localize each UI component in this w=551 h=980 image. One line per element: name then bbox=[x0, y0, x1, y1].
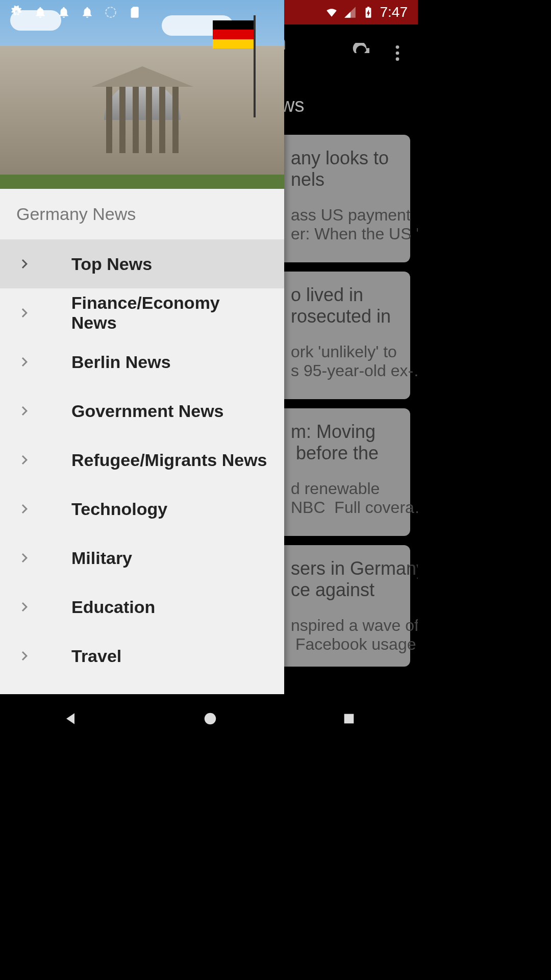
drawer-section-title: Germany News bbox=[0, 189, 284, 239]
drawer-item-finance-economy-news[interactable]: Finance/Economy News bbox=[0, 288, 284, 337]
chevron-right-icon bbox=[15, 304, 34, 322]
chevron-right-icon bbox=[15, 402, 34, 420]
drawer-item-label: Berlin News bbox=[71, 352, 171, 372]
drawer-item-government-news[interactable]: Government News bbox=[0, 386, 284, 435]
bell-icon bbox=[57, 6, 70, 19]
sync-icon bbox=[104, 6, 117, 19]
german-flag-icon bbox=[213, 20, 254, 48]
battery-charging-icon bbox=[362, 6, 375, 19]
drawer-item-education[interactable]: Education bbox=[0, 582, 284, 631]
svg-point-4 bbox=[204, 713, 216, 725]
navigation-drawer: Germany News Top NewsFinance/Economy New… bbox=[0, 0, 284, 694]
drawer-item-label: Government News bbox=[71, 401, 224, 421]
drawer-item-top-news[interactable]: Top News bbox=[0, 239, 284, 288]
chevron-right-icon bbox=[15, 549, 34, 567]
chevron-right-icon bbox=[15, 598, 34, 616]
status-bar: 7:47 bbox=[0, 0, 418, 24]
svg-rect-5 bbox=[344, 714, 354, 724]
chevron-right-icon bbox=[15, 255, 34, 273]
drawer-item-military[interactable]: Military bbox=[0, 533, 284, 582]
home-icon[interactable] bbox=[203, 711, 218, 726]
drawer-scrim[interactable] bbox=[284, 0, 418, 694]
signal-icon bbox=[343, 6, 357, 19]
drawer-item-label: Refugee/Migrants News bbox=[71, 450, 267, 470]
system-nav-bar bbox=[0, 694, 418, 743]
chevron-right-icon bbox=[15, 451, 34, 469]
drawer-item-berlin-news[interactable]: Berlin News bbox=[0, 337, 284, 386]
sd-card-icon bbox=[128, 6, 141, 19]
wifi-icon bbox=[325, 6, 338, 19]
drawer-item-label: Top News bbox=[71, 254, 152, 274]
drawer-item-label: Military bbox=[71, 548, 132, 568]
chevron-right-icon bbox=[15, 353, 34, 371]
status-time: 7:47 bbox=[380, 4, 408, 20]
drawer-item-label: Travel bbox=[71, 646, 121, 666]
drawer-item-travel[interactable]: Travel bbox=[0, 631, 284, 680]
bell-icon bbox=[34, 6, 47, 19]
back-icon[interactable] bbox=[62, 710, 79, 727]
drawer-item-label: Technology bbox=[71, 499, 167, 519]
svg-point-0 bbox=[106, 7, 116, 17]
drawer-item-label: Finance/Economy News bbox=[71, 293, 269, 333]
bell-icon bbox=[81, 6, 94, 19]
recent-apps-icon[interactable] bbox=[342, 712, 356, 726]
chevron-right-icon bbox=[15, 500, 34, 518]
drawer-header-image bbox=[0, 0, 284, 189]
gear-icon bbox=[10, 6, 23, 19]
drawer-item-technology[interactable]: Technology bbox=[0, 484, 284, 533]
drawer-item-refugee-migrants-news[interactable]: Refugee/Migrants News bbox=[0, 435, 284, 484]
drawer-item-label: Education bbox=[71, 597, 155, 617]
chevron-right-icon bbox=[15, 647, 34, 665]
